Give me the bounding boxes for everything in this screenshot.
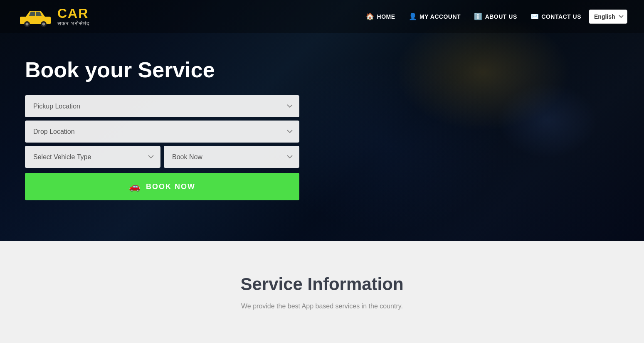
- nav-contact-us[interactable]: ✉️ CONTACT US: [525, 9, 587, 24]
- language-select[interactable]: English Hindi: [589, 10, 627, 24]
- vehicle-type-select[interactable]: Select Vehicle Type Sedan SUV Hatchback: [25, 146, 160, 168]
- hero-title: Book your Service: [25, 58, 308, 82]
- nav-account-label: MY ACCOUNT: [419, 13, 461, 20]
- book-now-select[interactable]: Book Now Schedule Later: [164, 146, 299, 168]
- book-now-button[interactable]: 🚗 BOOK NOW: [25, 173, 299, 200]
- book-now-label: BOOK NOW: [146, 182, 195, 191]
- logo-car-svg: [17, 5, 54, 28]
- logo[interactable]: CAR सफर भरोसेमंद: [17, 5, 90, 28]
- logo-text: CAR सफर भरोसेमंद: [57, 6, 90, 27]
- nav-contact-label: CONTACT US: [541, 13, 581, 20]
- pickup-location-select[interactable]: Pickup Location: [25, 95, 299, 117]
- nav-home[interactable]: 🏠 HOME: [360, 9, 401, 24]
- nav-about-us[interactable]: ℹ️ ABOUT US: [468, 9, 523, 24]
- hero-section: Book your Service Pickup Location Drop L…: [0, 0, 644, 241]
- car-button-icon: 🚗: [129, 181, 141, 192]
- service-section: Service Information We provide the best …: [0, 241, 644, 343]
- service-title: Service Information: [17, 274, 627, 294]
- service-subtitle: We provide the best App based services i…: [197, 303, 447, 310]
- logo-subtitle: सफर भरोसेमंद: [57, 21, 90, 27]
- logo-car-label: CAR: [57, 6, 90, 21]
- form-row-vehicle-booking: Select Vehicle Type Sedan SUV Hatchback …: [25, 146, 299, 168]
- nav-home-label: HOME: [377, 13, 395, 20]
- nav-about-label: ABOUT US: [485, 13, 517, 20]
- info-icon: ℹ️: [474, 12, 483, 20]
- account-icon: 👤: [409, 12, 417, 20]
- nav-my-account[interactable]: 👤 MY ACCOUNT: [403, 9, 467, 24]
- svg-point-4: [42, 23, 45, 26]
- site-header: CAR सफर भरोसेमंद 🏠 HOME 👤 MY ACCOUNT ℹ️ …: [0, 0, 644, 33]
- svg-point-2: [26, 23, 29, 26]
- drop-location-select[interactable]: Drop Location: [25, 121, 299, 143]
- mail-icon: ✉️: [530, 12, 539, 20]
- hero-content: Book your Service Pickup Location Drop L…: [0, 0, 333, 225]
- main-nav: 🏠 HOME 👤 MY ACCOUNT ℹ️ ABOUT US ✉️ CONTA…: [360, 9, 627, 24]
- home-icon: 🏠: [366, 12, 375, 20]
- booking-form: Pickup Location Drop Location Select Veh…: [25, 95, 299, 200]
